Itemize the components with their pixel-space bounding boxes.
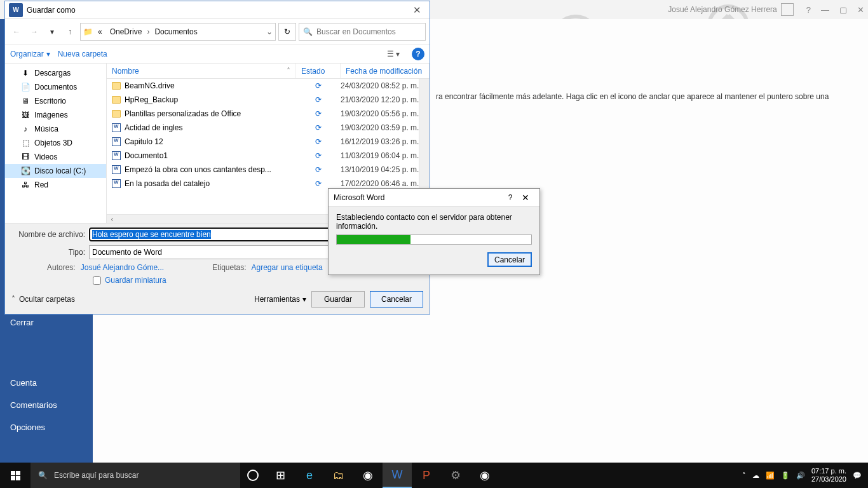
sidebar-item-opciones[interactable]: Opciones [0,416,93,438]
network-tray-icon[interactable]: 📶 [766,471,775,480]
list-item[interactable]: BeamNG.drive⟳24/03/2020 08:52 p. m. [107,79,430,93]
nav-tree[interactable]: ⬇Descargas📄Documentos🖥Escritorio🖼Imágene… [5,64,107,223]
start-button[interactable] [0,463,31,488]
new-folder-button[interactable]: Nueva carpeta [58,50,107,58]
folder-icon [112,82,121,90]
edge-icon[interactable]: e [295,463,324,488]
breadcrumb-seg-0[interactable]: OneDrive [107,27,145,36]
save-thumbnail-checkbox[interactable] [93,276,101,285]
settings-icon[interactable]: ⚙ [441,463,470,488]
search-input[interactable]: 🔍 Buscar en Documentos [299,23,426,41]
progress-cancel-button[interactable]: Cancelar [487,252,532,267]
sync-icon: ⟳ [315,95,322,104]
sync-icon: ⟳ [315,123,322,132]
breadcrumb[interactable]: 📁 « OneDrive › Documentos ⌄ [80,23,276,41]
organize-dropdown[interactable]: Organizar ▾ [10,50,50,58]
help-icon[interactable]: ? [806,5,811,15]
windows-logo-icon [11,471,20,480]
search-icon: 🔍 [303,27,313,36]
nav-back-icon[interactable]: ← [9,24,24,39]
tree-item-escritorio[interactable]: 🖥Escritorio [5,94,106,108]
battery-tray-icon[interactable]: 🔋 [781,471,790,480]
authors-value[interactable]: Josué Alejandro Góme... [81,263,164,272]
list-item[interactable]: HpReg_Backup⟳21/03/2020 12:20 p. m. [107,93,430,107]
task-view-button[interactable]: ⊞ [266,468,295,482]
search-icon: 🔍 [38,471,48,480]
list-item[interactable]: Capitulo 12⟳16/12/2019 03:26 p. m. [107,135,430,149]
word-file-icon [112,137,121,146]
file-explorer-icon[interactable]: 🗂 [324,463,353,488]
chevron-right-icon[interactable]: › [147,27,149,36]
close-icon[interactable]: ✕ [857,5,864,15]
view-mode-dropdown[interactable]: ☰ ▾ [383,50,404,58]
images-icon: 🖼 [20,110,31,120]
filename-label: Nombre de archivo: [11,230,85,239]
tray-chevron-icon[interactable]: ˄ [742,471,746,480]
taskbar-clock[interactable]: 07:17 p. m. 27/03/2020 [811,467,846,484]
save-button[interactable]: Guardar [311,291,365,308]
volume-tray-icon[interactable]: 🔊 [796,471,805,480]
help-icon[interactable]: ? [504,193,517,202]
folder-icon: 📁 [83,27,93,36]
col-state[interactable]: Estado [296,64,341,78]
action-center-icon[interactable]: 💬 [853,471,862,480]
powerpoint-icon[interactable]: P [412,463,441,488]
word-app-icon: W [9,3,23,17]
folder-icon [112,96,121,104]
cortana-button[interactable] [240,470,266,481]
col-modified[interactable]: Fecha de modificación [341,64,430,78]
network-icon: 🖧 [20,180,31,190]
chrome-icon-2[interactable]: ◉ [470,463,499,488]
scroll-left-icon[interactable]: ‹ [107,215,118,223]
close-icon[interactable]: ✕ [517,193,534,203]
tree-item-videos[interactable]: 🎞Videos [5,150,106,164]
tags-value[interactable]: Agregar una etiqueta [252,263,323,272]
onedrive-tray-icon[interactable]: ☁ [752,471,759,480]
tree-item-documentos[interactable]: 📄Documentos [5,80,106,94]
sidebar-item-cuenta[interactable]: Cuenta [0,372,93,394]
tree-item-descargas[interactable]: ⬇Descargas [5,66,106,80]
progress-bar [336,234,532,245]
tree-item-m-sica[interactable]: ♪Música [5,122,106,136]
filetype-label: Tipo: [11,248,85,257]
nav-up-icon[interactable]: ↑ [62,24,78,39]
save-as-toolbar: Organizar ▾ Nueva carpeta ☰ ▾ ? [5,44,430,64]
hide-folders-toggle[interactable]: ˄ Ocultar carpetas [11,295,75,304]
minimize-icon[interactable]: — [821,5,829,15]
sync-icon: ⟳ [315,151,322,160]
cancel-button[interactable]: Cancelar [370,291,423,308]
tree-item-red[interactable]: 🖧Red [5,178,106,192]
word-file-icon [112,179,121,188]
nav-forward-icon[interactable]: → [27,24,42,39]
progress-titlebar: Microsoft Word ? ✕ [329,189,539,207]
chevron-down-icon[interactable]: ⌄ [266,27,273,36]
chrome-icon[interactable]: ◉ [353,463,383,488]
save-as-title: Guardar como [27,6,404,15]
close-icon[interactable]: ✕ [404,4,430,16]
col-name[interactable]: Nombre˄ [107,64,296,78]
progress-message: Estableciendo contacto con el servidor p… [336,213,532,231]
help-button[interactable]: ? [412,48,424,60]
avatar-icon [781,3,794,16]
list-item[interactable]: Actidad de ingles⟳19/03/2020 03:59 p. m. [107,121,430,135]
word-taskbar-icon[interactable]: W [383,463,412,488]
list-item[interactable]: Plantillas personalizadas de Office⟳19/0… [107,107,430,121]
breadcrumb-seg-1[interactable]: Documentos [152,27,200,36]
maximize-icon[interactable]: ▢ [839,5,847,15]
list-item[interactable]: Documento1⟳11/03/2019 06:04 p. m. [107,149,430,163]
sidebar-item-cerrar[interactable]: Cerrar [0,311,93,334]
nav-history-dropdown[interactable]: ▾ [44,24,60,39]
tree-item-disco-local-c-[interactable]: 💽Disco local (C:) [5,164,106,178]
tree-item-objetos-3d[interactable]: ⬚Objetos 3D [5,136,106,150]
video-icon: 🎞 [20,152,31,162]
download-icon: ⬇ [20,68,31,78]
word-user-name[interactable]: Josué Alejandro Gómez Herrera [668,3,793,16]
list-item[interactable]: Empezó la obra con unos cantantes desp..… [107,163,430,177]
sidebar-item-comentarios[interactable]: Comentarios [0,394,93,416]
system-tray: ˄ ☁ 📶 🔋 🔊 07:17 p. m. 27/03/2020 💬 [736,467,868,484]
taskbar-search[interactable]: 🔍Escribe aquí para buscar [31,463,240,488]
tools-dropdown[interactable]: Herramientas ▾ [254,295,306,304]
tree-item-im-genes[interactable]: 🖼Imágenes [5,108,106,122]
sync-icon: ⟳ [315,165,322,174]
refresh-button[interactable]: ↻ [278,23,296,41]
